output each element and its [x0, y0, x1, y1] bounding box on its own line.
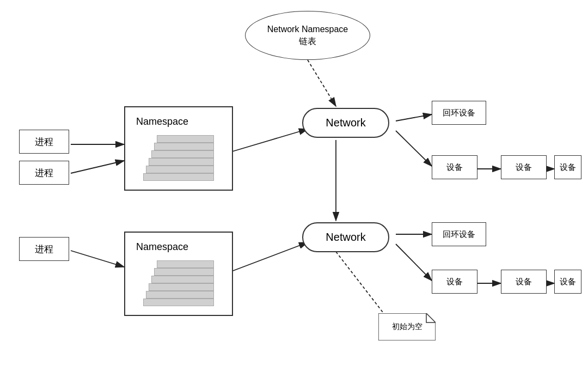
process2-node: 进程	[19, 161, 69, 185]
svg-line-2	[308, 60, 336, 106]
device1c-label: 设备	[560, 162, 576, 173]
namespace-bottom-stack	[143, 257, 214, 306]
namespace-top-stack	[143, 132, 214, 181]
process3-node: 进程	[19, 237, 69, 261]
network-namespace-label-line2: 链表	[299, 35, 316, 47]
init-empty-label: 初始为空	[392, 322, 422, 332]
svg-line-14	[396, 244, 432, 281]
device1b-label: 设备	[516, 162, 532, 173]
device2b-node: 设备	[501, 270, 547, 294]
loopback2-label: 回环设备	[443, 229, 475, 240]
loopback1-label: 回环设备	[443, 108, 475, 118]
diagram: Network Namespace 链表 Network Network Nam…	[0, 0, 588, 371]
device1a-label: 设备	[446, 162, 463, 173]
namespace-bottom-label: Namespace	[136, 241, 188, 253]
namespace-bottom-node: Namespace	[124, 232, 233, 316]
network-namespace-label-line1: Network Namespace	[267, 23, 348, 35]
process3-label: 进程	[35, 243, 53, 256]
init-empty-node: 初始为空	[378, 313, 436, 340]
network-bottom-label: Network	[326, 231, 365, 244]
namespace-top-label: Namespace	[136, 116, 188, 127]
svg-line-9	[396, 131, 432, 166]
network-namespace-node: Network Namespace 链表	[245, 11, 370, 60]
svg-line-6	[229, 129, 308, 153]
process2-label: 进程	[35, 167, 53, 179]
loopback2-node: 回环设备	[432, 222, 486, 246]
device1a-node: 设备	[432, 155, 477, 179]
loopback1-node: 回环设备	[432, 101, 486, 125]
svg-line-4	[71, 161, 124, 173]
svg-line-5	[71, 251, 124, 267]
svg-line-7	[229, 242, 308, 272]
network-bottom-node: Network	[302, 222, 389, 252]
namespace-top-node: Namespace	[124, 106, 233, 191]
svg-line-8	[396, 114, 432, 121]
process1-label: 进程	[35, 136, 53, 148]
device2c-node: 设备	[554, 270, 581, 294]
process1-node: 进程	[19, 130, 69, 154]
device1c-node: 设备	[554, 155, 581, 179]
network-top-node: Network	[302, 108, 389, 138]
device1b-node: 设备	[501, 155, 547, 179]
device2a-label: 设备	[446, 277, 463, 287]
device2c-label: 设备	[560, 277, 576, 287]
network-top-label: Network	[326, 117, 365, 129]
device2a-node: 设备	[432, 270, 477, 294]
device2b-label: 设备	[516, 277, 532, 287]
